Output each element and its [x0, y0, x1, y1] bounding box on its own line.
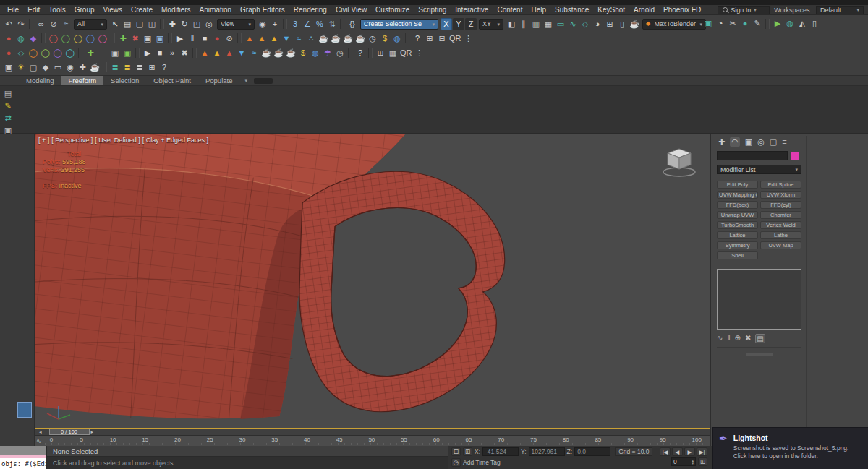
mirror-icon[interactable]: ◧▾: [506, 18, 517, 30]
layer-manager-icon[interactable]: ▦▾: [542, 18, 554, 30]
jump-end-icon[interactable]: »▾: [166, 47, 178, 59]
modifier-btn-chamfer[interactable]: Chamfer: [760, 211, 801, 219]
phoenix-splash-icon[interactable]: ∴▾: [305, 33, 317, 45]
selection-region-icon[interactable]: ▢▾: [134, 18, 145, 30]
record-icon[interactable]: ●▾: [211, 33, 223, 45]
ring-blue-icon[interactable]: ◯▾: [85, 33, 96, 45]
lighting-analysis-icon[interactable]: ◔▾: [715, 17, 726, 30]
minus-arrow-icon[interactable]: −▾: [97, 47, 109, 59]
clock-icon[interactable]: ◷▾: [367, 33, 378, 45]
eye-icon[interactable]: ◉▾: [64, 61, 76, 74]
modifier-btn-vertex-weld[interactable]: Vertex Weld: [760, 221, 801, 229]
geometry-icon[interactable]: ▣▾: [3, 61, 14, 74]
teapot-silver-icon[interactable]: ☕▾: [273, 47, 284, 59]
viewport-layout-tabs-icon[interactable]: ▤: [4, 89, 12, 98]
play-animation-button[interactable]: ▶: [684, 447, 695, 456]
menu-customize[interactable]: Customize: [371, 6, 414, 14]
droplet-icon[interactable]: ▼▾: [236, 47, 247, 59]
modifier-stack-list[interactable]: [717, 269, 801, 330]
viewport-shading-menu[interactable]: [ Clay + Edged Faces ]: [142, 137, 208, 144]
umbrella-icon[interactable]: ☂▾: [322, 47, 333, 59]
state-sets-icon[interactable]: ▣▾: [702, 17, 714, 30]
bind-to-spacewarp-icon[interactable]: ≈▾: [60, 18, 72, 30]
select-and-link-icon[interactable]: ∞▾: [35, 18, 47, 30]
play-icon[interactable]: ▶▾: [142, 47, 153, 59]
helper-icon[interactable]: ✚▾: [77, 61, 88, 74]
object-name-field[interactable]: [717, 151, 788, 160]
modifier-list-dropdown[interactable]: Modifier List ▾: [717, 165, 801, 174]
list-yellow-icon[interactable]: ≣▾: [122, 61, 133, 74]
hexagon-teal-icon[interactable]: ◇▾: [15, 47, 27, 59]
modifier-btn-unwrap-uvw[interactable]: Unwrap UVW: [717, 211, 758, 219]
reset-sim-icon[interactable]: ⊘▾: [224, 33, 235, 45]
modifier-btn-lathe[interactable]: Lathe: [760, 231, 801, 239]
menu-edit[interactable]: Edit: [23, 6, 44, 14]
help-icon[interactable]: ?▾: [412, 33, 423, 45]
cube-blue-icon[interactable]: ▣▾: [154, 33, 166, 45]
track-bar[interactable]: ∿ 05101520253035404550556065707580859095…: [35, 436, 710, 446]
delete-object-icon[interactable]: ✖▾: [129, 33, 141, 45]
reference-coordinate-dropdown[interactable]: View▾: [217, 19, 255, 30]
menu-scripting[interactable]: Scripting: [414, 6, 451, 14]
vray-sphere-icon[interactable]: ●▾: [3, 33, 14, 45]
menu-help[interactable]: Help: [527, 6, 550, 14]
modify-panel-tab[interactable]: ◠: [730, 137, 740, 147]
align-icon[interactable]: ∥▾: [518, 18, 529, 30]
modifier-btn-uvw-map[interactable]: UVW Map: [760, 241, 801, 249]
undo-icon[interactable]: ↶▾: [3, 18, 14, 30]
menu-rendering[interactable]: Rendering: [289, 6, 331, 14]
menu-tools[interactable]: Tools: [44, 6, 69, 14]
hierarchy-panel-tab[interactable]: ▣: [745, 137, 752, 147]
annotate-pencil-icon[interactable]: ✎: [4, 101, 11, 110]
ring-orange-icon[interactable]: ◯▾: [27, 47, 39, 59]
use-center-icon[interactable]: ◉▾: [257, 18, 268, 30]
cylinder-tool-icon[interactable]: ◍▾: [784, 17, 796, 30]
make-unique-icon[interactable]: ⊕: [735, 334, 741, 343]
motion-panel-tab[interactable]: ◎: [757, 137, 765, 147]
spinner-arrows-icon[interactable]: ▴▾: [692, 459, 694, 465]
plane-icon[interactable]: ▭▾: [52, 61, 64, 74]
maxscript-mini-listener[interactable]: objs: #($Edi: [0, 446, 46, 469]
percent-snap-icon[interactable]: %▾: [314, 18, 326, 30]
play-sim-icon[interactable]: ▶▾: [174, 33, 186, 45]
perspective-viewport[interactable]: [ + ][ Perspective ][ User Defined ][ Cl…: [35, 134, 710, 429]
axis-constraint-z-button[interactable]: Z▾: [465, 18, 477, 30]
current-frame-spinner[interactable]: 0 ▴▾: [671, 457, 696, 466]
teapot-gold-icon[interactable]: ☕▾: [330, 33, 341, 45]
spinner-snap-icon[interactable]: ⇅▾: [326, 18, 338, 30]
teapot-green-icon[interactable]: ☕▾: [354, 33, 366, 45]
arrow-tool-icon[interactable]: ▶▾: [772, 17, 783, 30]
ribbon-tab-populate[interactable]: Populate: [198, 76, 240, 85]
select-and-manipulate-icon[interactable]: +▾: [269, 18, 281, 30]
edit-named-selection-sets-icon[interactable]: {}▾: [346, 18, 358, 30]
viewport-general-menu[interactable]: [ + ]: [38, 137, 49, 144]
modifier-btn-turbosmooth[interactable]: TurboSmooth: [717, 221, 758, 229]
viewport-pov-menu[interactable]: [ Perspective ]: [51, 137, 93, 144]
window-crossing-icon[interactable]: ◫▾: [146, 18, 158, 30]
selection-filter-dropdown[interactable]: All▾: [74, 19, 107, 30]
modifier-btn-edit-poly[interactable]: Edit Poly: [717, 181, 758, 189]
ribbon-toggle-icon[interactable]: ▭▾: [555, 18, 566, 30]
modifier-btn-symmetry[interactable]: Symmetry: [717, 241, 758, 249]
axis-plane-dropdown[interactable]: XY▾: [479, 19, 503, 30]
wave-icon[interactable]: ≈▾: [248, 47, 260, 59]
shapes-icon[interactable]: ◆▾: [40, 61, 51, 74]
qr-tool-icon[interactable]: QR▾: [448, 33, 462, 45]
menu-phoenix-fd[interactable]: Phoenix FD: [659, 6, 705, 14]
modifier-btn-uvw-xform[interactable]: UVW Xform: [760, 191, 801, 199]
z-coordinate-field[interactable]: 0.0: [574, 447, 610, 456]
x-coordinate-field[interactable]: -41.524: [482, 447, 519, 456]
go-to-start-button[interactable]: |◀: [660, 447, 671, 456]
phoenix-ocean-icon[interactable]: ≈▾: [293, 33, 305, 45]
grid-snapshot-icon[interactable]: ⊟▾: [436, 33, 448, 45]
menu-substance[interactable]: Substance: [550, 6, 593, 14]
phoenix-fire-medium-icon[interactable]: ▲▾: [256, 33, 268, 45]
scissors-icon[interactable]: ✂▾: [727, 17, 739, 30]
render-setup-icon[interactable]: ⊞▾: [604, 18, 616, 30]
calculator-icon[interactable]: ⊞▾: [146, 61, 158, 74]
list-teal-icon[interactable]: ≣▾: [109, 61, 121, 74]
pause-sim-icon[interactable]: ‖▾: [187, 33, 198, 45]
named-selection-sets-dropdown[interactable]: Create Selection Se▾: [360, 19, 438, 30]
add-time-tag-button[interactable]: Add Time Tag: [463, 459, 501, 466]
viewcube[interactable]: [659, 143, 699, 179]
